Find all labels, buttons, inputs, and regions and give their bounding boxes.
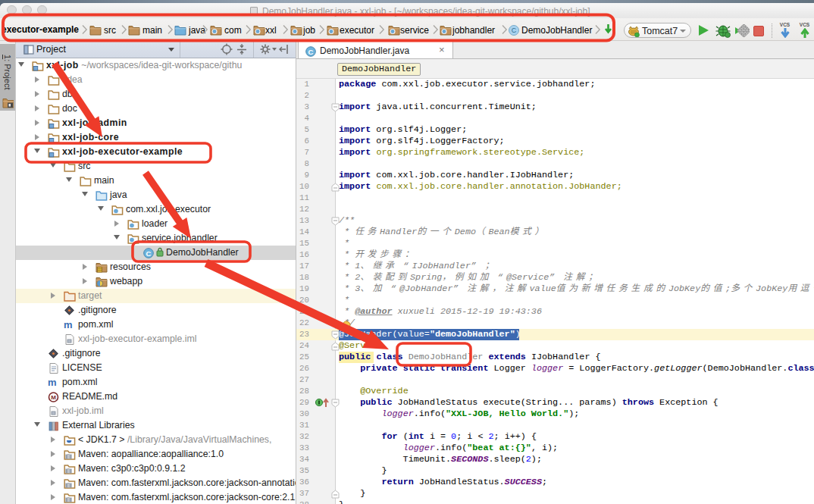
svg-text:C: C	[512, 27, 517, 34]
